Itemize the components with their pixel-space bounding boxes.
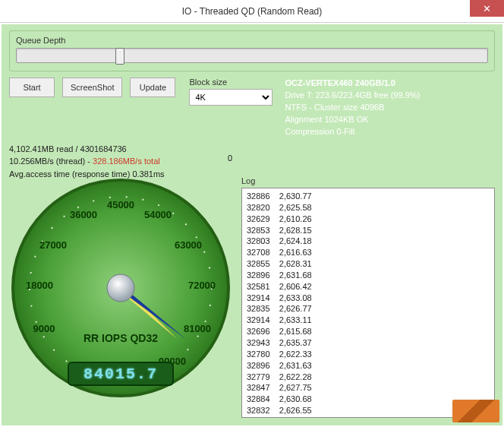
brand-logo-icon (452, 400, 499, 422)
stats-read: 4,102.41MB read / 4301684736 (9, 143, 495, 156)
stats-block: 4,102.41MB read / 4301684736 10.256MB/s … (9, 143, 495, 181)
drive-compression: Compression 0-Fill (285, 126, 420, 138)
queue-depth-group: Queue Depth (9, 30, 495, 71)
slider-thumb[interactable] (115, 48, 124, 65)
queue-depth-label: Queue Depth (16, 36, 488, 45)
svg-text:27000: 27000 (39, 239, 67, 251)
gauge: 9000 18000 27000 36000 45000 54000 63000… (9, 176, 232, 400)
main-panel: Queue Depth Start ScreenShot Update Bloc… (2, 24, 502, 425)
stats-throughput: 10.256MB/s (thread) - 328.186MB/s total (9, 155, 495, 168)
queue-depth-slider[interactable] (16, 48, 488, 63)
block-size-group: Block size 4K (189, 77, 272, 106)
update-button[interactable]: Update (130, 77, 175, 97)
svg-text:45000: 45000 (107, 199, 134, 210)
drive-free: Drive T: 223.6/223.4GB free (99.9%) (285, 90, 420, 102)
stats-zero: 0 (228, 153, 232, 163)
close-button[interactable]: ✕ (470, 0, 504, 17)
controls-row: Start ScreenShot Update Block size 4K OC… (9, 77, 495, 138)
start-button[interactable]: Start (9, 77, 55, 97)
bottom-row: 9000 18000 27000 36000 45000 54000 63000… (9, 176, 495, 418)
log-textbox[interactable]: 32886 2,630.77 32820 2,625.58 32629 2,61… (241, 188, 495, 418)
block-size-label: Block size (189, 77, 272, 87)
screenshot-button[interactable]: ScreenShot (62, 77, 122, 97)
drive-info-block: OCZ-VERTEX460 240GB/1.0 Drive T: 223.6/2… (285, 77, 420, 138)
svg-text:63000: 63000 (175, 239, 202, 251)
window-titlebar: IO - Threaded QD (Random Read) ✕ (0, 0, 504, 23)
drive-name: OCZ-VERTEX460 240GB/1.0 (285, 77, 420, 90)
svg-text:54000: 54000 (144, 209, 172, 220)
log-label: Log (241, 176, 495, 185)
gauge-label: RR IOPS QD32 (83, 332, 158, 344)
svg-text:18000: 18000 (26, 280, 53, 291)
window-title: IO - Threaded QD (Random Read) (182, 6, 323, 17)
svg-text:36000: 36000 (70, 209, 97, 220)
svg-text:72000: 72000 (188, 280, 216, 291)
svg-text:9000: 9000 (33, 323, 55, 334)
drive-fs: NTFS - Cluster size 4096B (285, 102, 420, 114)
block-size-select[interactable]: 4K (189, 89, 272, 106)
drive-alignment: Alignment 1024KB OK (285, 114, 420, 126)
svg-text:81000: 81000 (184, 323, 211, 334)
log-panel: Log 32886 2,630.77 32820 2,625.58 32629 … (241, 176, 495, 418)
svg-point-14 (107, 274, 134, 302)
gauge-readout: 84015.7 (68, 362, 174, 386)
